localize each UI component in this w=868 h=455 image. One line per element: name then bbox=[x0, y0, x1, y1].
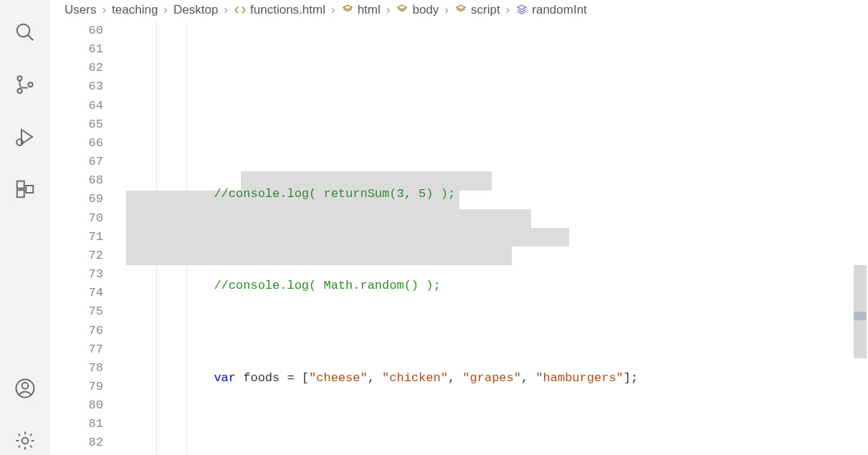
line-number: 60 bbox=[50, 21, 103, 40]
code-line[interactable] bbox=[119, 322, 868, 341]
code-line[interactable]: //console.log( Math.random() ); bbox=[119, 277, 868, 295]
line-number: 80 bbox=[50, 396, 103, 415]
svg-point-11 bbox=[22, 383, 29, 389]
breadcrumb-item[interactable]: teaching bbox=[112, 3, 158, 17]
svg-rect-9 bbox=[26, 186, 33, 193]
minimap-scrollbar[interactable] bbox=[854, 265, 867, 358]
account-icon[interactable] bbox=[14, 378, 36, 403]
chevron-right-icon: › bbox=[224, 3, 228, 17]
chevron-right-icon: › bbox=[331, 3, 335, 17]
breadcrumb-item[interactable]: html bbox=[341, 3, 381, 17]
line-number: 67 bbox=[50, 153, 103, 171]
line-number: 79 bbox=[50, 378, 103, 396]
breadcrumb-item[interactable]: Desktop bbox=[173, 3, 218, 17]
breadcrumb-item[interactable]: Users bbox=[65, 3, 96, 17]
line-number: 63 bbox=[50, 77, 103, 96]
line-number-gutter: 60 61 62 63 64 65 66 67 68 69 70 71 72 7… bbox=[50, 21, 119, 455]
line-number: 70 bbox=[50, 209, 103, 228]
chevron-right-icon: › bbox=[163, 3, 168, 17]
breadcrumb-item[interactable]: body bbox=[396, 3, 439, 17]
breadcrumb-item[interactable]: randomInt bbox=[515, 3, 587, 17]
line-number: 81 bbox=[50, 415, 103, 434]
run-debug-icon[interactable] bbox=[14, 126, 36, 151]
svg-point-0 bbox=[17, 24, 30, 37]
extensions-icon[interactable] bbox=[14, 178, 36, 203]
code-content[interactable]: //console.log( returnSum(3, 5) ); //cons… bbox=[119, 21, 868, 455]
code-line[interactable] bbox=[119, 415, 868, 434]
svg-point-12 bbox=[22, 438, 29, 444]
line-number: 77 bbox=[50, 340, 103, 359]
svg-rect-7 bbox=[17, 181, 24, 188]
svg-line-1 bbox=[28, 35, 34, 41]
code-editor[interactable]: 60 61 62 63 64 65 66 67 68 69 70 71 72 7… bbox=[50, 21, 868, 455]
line-number: 62 bbox=[50, 59, 103, 77]
minimap-thumb[interactable] bbox=[854, 312, 867, 320]
chevron-right-icon: › bbox=[444, 3, 449, 17]
breadcrumbs[interactable]: Users › teaching › Desktop › functions.h… bbox=[65, 3, 868, 17]
line-number: 82 bbox=[50, 434, 103, 452]
line-number: 71 bbox=[50, 228, 103, 246]
breadcrumb-item[interactable]: script bbox=[454, 3, 500, 17]
search-icon[interactable] bbox=[14, 21, 36, 47]
settings-gear-icon[interactable] bbox=[14, 430, 36, 455]
line-number: 66 bbox=[50, 134, 103, 153]
chevron-right-icon: › bbox=[506, 3, 510, 17]
svg-point-4 bbox=[28, 82, 32, 87]
line-number: 75 bbox=[50, 302, 103, 321]
line-number: 64 bbox=[50, 97, 103, 115]
source-control-icon[interactable] bbox=[14, 74, 36, 99]
line-number: 69 bbox=[50, 190, 103, 209]
code-line[interactable]: //console.log( returnSum(3, 5) ); bbox=[119, 185, 868, 203]
code-line[interactable]: var foods = ["cheese", "chicken", "grape… bbox=[119, 369, 868, 388]
line-number: 72 bbox=[50, 246, 103, 265]
line-number: 73 bbox=[50, 265, 103, 284]
activity-bar bbox=[0, 0, 50, 455]
line-number: 76 bbox=[50, 322, 103, 340]
svg-rect-8 bbox=[17, 190, 24, 197]
line-number: 68 bbox=[50, 171, 103, 190]
svg-point-3 bbox=[17, 89, 22, 93]
chevron-right-icon: › bbox=[386, 3, 391, 17]
code-line[interactable] bbox=[119, 231, 868, 249]
line-number: 65 bbox=[50, 115, 103, 134]
line-number: 61 bbox=[50, 40, 103, 59]
breadcrumb-item[interactable]: functions.html bbox=[234, 3, 325, 17]
chevron-right-icon: › bbox=[102, 3, 106, 17]
line-number: 74 bbox=[50, 284, 103, 302]
line-number: 78 bbox=[50, 359, 103, 378]
svg-point-2 bbox=[17, 76, 22, 80]
